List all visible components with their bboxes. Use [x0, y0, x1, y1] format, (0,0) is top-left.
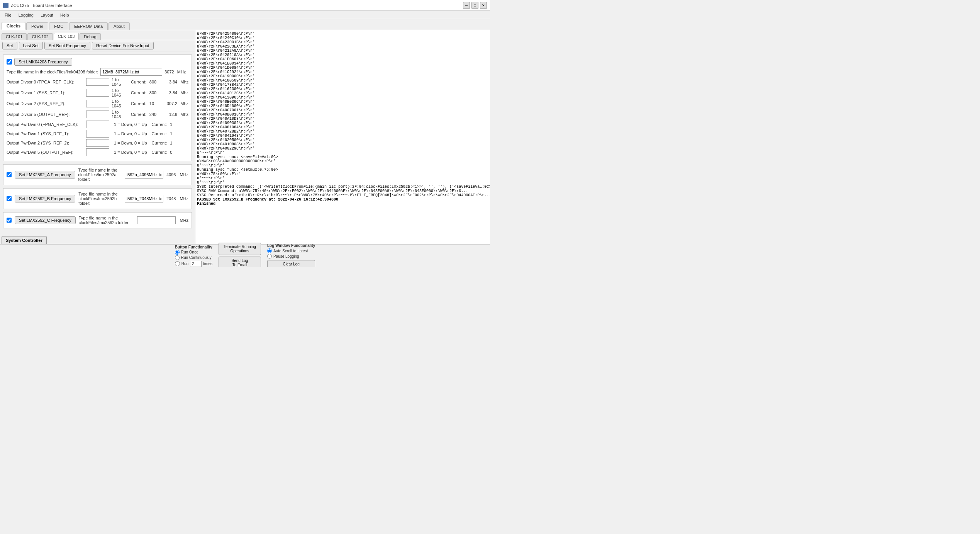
tab-fmc[interactable]: FMC	[49, 22, 68, 30]
clear-log-button[interactable]: Clear Log	[267, 260, 315, 267]
minimize-button[interactable]: ─	[463, 2, 470, 9]
sub-tab-clk102[interactable]: CLK-102	[27, 33, 53, 40]
lmx2592b-file-label: Type file name in the clockFiles/lmx2592…	[78, 192, 122, 206]
lmk-divsor1-input[interactable]	[86, 89, 109, 97]
menu-layout[interactable]: Layout	[37, 12, 56, 18]
lmk-divsor2-range: 1 to 1045	[112, 99, 126, 108]
sub-tab-clk103[interactable]: CLK-103	[54, 33, 79, 40]
lmk-divsor0-label: Output Divsor 0 (FPGA_REF_CLK):	[7, 80, 84, 84]
lmx2592c-checkbox[interactable]	[7, 218, 12, 223]
lmx2592c-button[interactable]: Set LMX2592_C Frequency	[15, 216, 76, 224]
lmk-pwrdn1-row: Output PwrDwn 1 (SYS_REF_1): 1 = Down, 0…	[7, 130, 188, 138]
lmk-divsor0-freq: 3.84	[164, 80, 177, 84]
reset-device-button[interactable]: Reset Device For New Input	[92, 42, 154, 49]
terminate-button[interactable]: Terminate Running Operations	[219, 243, 261, 255]
tab-clocks[interactable]: Clocks	[2, 22, 25, 30]
lmk-pwrdn0-current-label: Current:	[152, 122, 167, 127]
lmk-divsor1-current-label: Current:	[131, 90, 146, 95]
set-boot-freq-button[interactable]: Set Boot Frequency	[44, 42, 90, 49]
lmk-section-header: Set LMK04208 Frequency	[7, 58, 188, 66]
pause-logging-radio[interactable]	[267, 254, 272, 258]
lmk-pwrdn5-current-label: Current:	[152, 150, 167, 155]
lmk-checkbox[interactable]	[7, 59, 12, 65]
lmk-divsor2-row: Output Divsor 2 (SYS_REF_2): 1 to 1045 C…	[7, 99, 188, 108]
lmx2592b-file-input[interactable]	[125, 195, 163, 202]
lmx2592a-button[interactable]: Set LMX2592_A Frequency	[15, 171, 75, 179]
sub-tab-debug[interactable]: Debug	[80, 33, 100, 40]
set-button[interactable]: Set	[2, 42, 17, 49]
auto-scroll-row: Auto Scroll to Latest	[267, 248, 315, 253]
lmk-pwrdn2-desc: 1 = Down, 0 = Up	[114, 141, 147, 145]
menu-logging[interactable]: Logging	[15, 12, 37, 18]
lmk-divsor2-input[interactable]	[86, 100, 109, 107]
run-continuously-radio[interactable]	[175, 255, 180, 260]
lmx2592b-file-freq: 2048	[166, 196, 176, 201]
btn-functionality-label: Button Functionality	[175, 245, 212, 249]
run-times-row: Run times	[175, 261, 212, 267]
sub-tab-bar: CLK-101 CLK-102 CLK-103 Debug	[0, 30, 195, 40]
last-set-button[interactable]: Last Set	[19, 42, 43, 49]
lmx2592b-checkbox[interactable]	[7, 196, 12, 201]
send-log-button[interactable]: Send Log To Email	[219, 257, 261, 267]
run-times-radio[interactable]	[175, 261, 180, 266]
lmk-divsor0-current-label: Current:	[131, 80, 146, 84]
menu-help[interactable]: Help	[57, 12, 72, 18]
lmx2592a-file-input[interactable]	[125, 171, 163, 179]
center-operation-buttons: Terminate Running Operations Send Log To…	[219, 243, 261, 267]
lmk-divsor1-label: Output Divsor 1 (SYS_REF_1):	[7, 90, 84, 95]
tab-power[interactable]: Power	[26, 22, 48, 30]
main-tab-bar: Clocks Power FMC EEPROM Data About	[0, 19, 490, 30]
lmk-divsor5-label: Output Divsor 5 (OUTPUT_REF):	[7, 112, 84, 117]
tab-about[interactable]: About	[109, 22, 130, 30]
lmk-pwrdn5-input[interactable]	[86, 148, 109, 156]
run-times-input[interactable]	[190, 261, 202, 267]
lmk-divsor0-range: 1 to 1045	[112, 77, 126, 87]
lmk-pwrdn5-desc: 1 = Down, 0 = Up	[114, 150, 147, 155]
close-button[interactable]: ✕	[480, 2, 487, 9]
maximize-button[interactable]: □	[471, 2, 478, 9]
run-continuously-row: Run Continuously	[175, 255, 212, 260]
auto-scroll-radio[interactable]	[267, 248, 272, 253]
lmk-pwrdn1-current-label: Current:	[152, 131, 167, 136]
run-once-radio[interactable]	[175, 250, 180, 255]
button-functionality: Button Functionality Run Once Run Contin…	[175, 245, 212, 267]
lmk-pwrdn1-input[interactable]	[86, 130, 109, 138]
system-controller-tab[interactable]: System Controller	[2, 236, 47, 244]
lmk-pwrdn2-input[interactable]	[86, 139, 109, 147]
radio-group-run: Run Once Run Continuously Run times	[175, 250, 212, 267]
lmk-pwrdn1-label: Output PwrDwn 1 (SYS_REF_1):	[7, 131, 84, 136]
lmk-file-input[interactable]	[100, 68, 162, 76]
lmk-divsor5-input[interactable]	[86, 111, 109, 118]
log-content[interactable]: u\W0\r2F\r04254000\r:P\r'u\W0\r2F\r04240…	[195, 30, 490, 253]
lmk-pwrdn0-input[interactable]	[86, 121, 109, 128]
lmk-button[interactable]: Set LMK04208 Frequency	[14, 58, 72, 66]
lmk-file-row: Type file name in the clockFiles/lmk0420…	[7, 68, 188, 76]
lmk-file-label: Type file name in the clockFiles/lmk0420…	[7, 70, 98, 74]
lmk-divsor0-unit: Mhz	[180, 80, 188, 84]
run-once-row: Run Once	[175, 250, 212, 255]
lmx2592b-button[interactable]: Set LMX2592_B Frequency	[15, 195, 75, 202]
lmx2592a-checkbox[interactable]	[7, 172, 12, 177]
pause-logging-label: Pause Logging	[273, 254, 299, 258]
lmx2592a-file-unit: MHz	[180, 172, 188, 177]
menu-file[interactable]: File	[2, 12, 15, 18]
lmk-divsor2-unit: Mhz	[180, 101, 188, 106]
menu-bar: File Logging Layout Help	[0, 11, 490, 19]
lmx2592c-file-unit: MHz	[180, 218, 188, 223]
tab-eeprom[interactable]: EEPROM Data	[69, 22, 108, 30]
auto-scroll-label: Auto Scroll to Latest	[273, 249, 308, 253]
lmk-divsor5-row: Output Divsor 5 (OUTPUT_REF): 1 to 1045 …	[7, 110, 188, 119]
log-radio-group: Auto Scroll to Latest Pause Logging	[267, 248, 315, 258]
lmk-divsor2-current-val: 10	[149, 101, 162, 106]
lmk-divsor1-row: Output Divsor 1 (SYS_REF_1): 1 to 1045 C…	[7, 88, 188, 97]
sub-tab-clk101[interactable]: CLK-101	[2, 33, 27, 40]
window-title: ZCU1275 - Board User Interface	[11, 3, 72, 8]
lmk-divsor5-current-label: Current:	[131, 112, 146, 117]
content-area: CLK-101 CLK-102 CLK-103 Debug Set Last S…	[0, 30, 490, 267]
lmx2592c-file-input[interactable]	[137, 216, 176, 224]
lmk-pwrdn5-current-val: 0	[170, 150, 172, 155]
lmk-divsor0-input[interactable]	[86, 78, 109, 86]
lmk-pwrdn2-current-val: 1	[170, 141, 172, 145]
lmk-divsor2-label: Output Divsor 2 (SYS_REF_2):	[7, 101, 84, 106]
lmx2592a-file-label: Type file name in the clockFiles/lmx2592…	[78, 168, 122, 182]
